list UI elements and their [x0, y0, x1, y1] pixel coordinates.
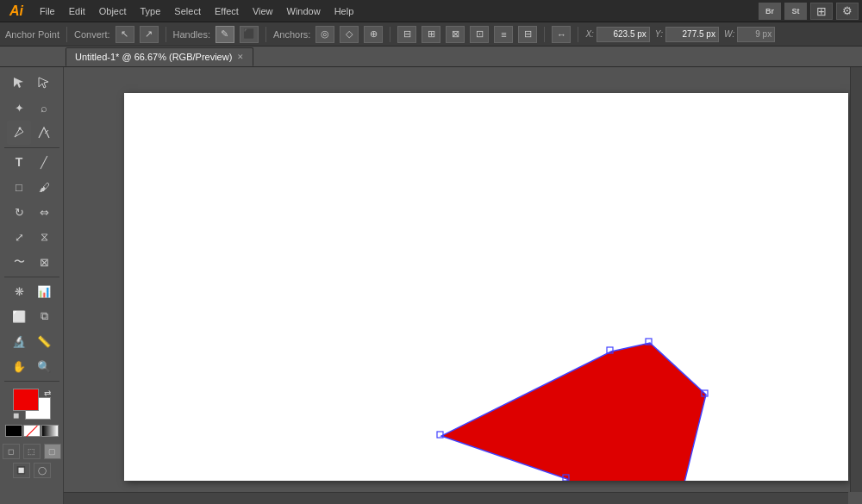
artboard-tool[interactable]: ⬜ — [7, 304, 31, 328]
handles-btn-2[interactable]: ⬛ — [240, 26, 259, 43]
eyedropper-tool[interactable]: 🔬 — [7, 329, 31, 353]
menu-items: File Edit Object Type Select Effect View… — [33, 0, 360, 22]
anchor-6[interactable] — [646, 339, 652, 345]
options-bar: Anchor Point Convert: ↖ ↗ Handles: ✎ ⬛ A… — [0, 22, 862, 47]
x-input[interactable] — [597, 27, 650, 42]
convert-btn-1[interactable]: ↖ — [116, 26, 134, 43]
align-btn-3[interactable]: ⊠ — [446, 26, 465, 43]
warp-tool[interactable]: 〜 — [7, 250, 31, 274]
menu-view[interactable]: View — [246, 0, 280, 22]
tool-row-2: ✦ ⌕ — [2, 96, 61, 120]
svg-marker-1 — [39, 78, 48, 88]
document-tab[interactable]: Untitled-1* @ 66.67% (RGB/Preview) ✕ — [66, 47, 253, 66]
divider-4 — [390, 27, 390, 42]
extra-tools: ◻ ⬚ ▢ — [2, 444, 61, 459]
svg-point-2 — [19, 128, 22, 130]
menu-type[interactable]: Type — [134, 0, 168, 22]
menu-window[interactable]: Window — [280, 0, 328, 22]
vertical-scrollbar[interactable] — [850, 67, 862, 492]
w-input[interactable] — [737, 27, 775, 42]
tool-row-8: 〜 ⊠ — [2, 250, 61, 274]
type-tool[interactable]: T — [7, 150, 31, 174]
hand-tool[interactable]: ✋ — [7, 354, 31, 378]
anchors-btn-1[interactable]: ◎ — [315, 26, 334, 43]
tool-separator-2 — [4, 277, 59, 277]
tool-separator-3 — [4, 381, 59, 382]
rotate-tool[interactable]: ↻ — [7, 200, 31, 224]
anchors-btn-2[interactable]: ◇ — [340, 26, 359, 43]
workspace-icon-btn[interactable]: ⊞ — [810, 3, 833, 20]
bridge-icon-btn[interactable]: Br — [759, 3, 781, 20]
zoom-tool[interactable]: 🔍 — [32, 354, 56, 378]
handles-btn-1[interactable]: ✎ — [216, 26, 234, 43]
y-input[interactable] — [665, 27, 719, 42]
add-anchor-tool[interactable] — [32, 121, 56, 145]
x-label: X: — [585, 29, 593, 39]
tool-row-12: ✋ 🔍 — [2, 354, 61, 378]
shear-tool[interactable]: ⧖ — [32, 225, 56, 249]
foreground-color[interactable] — [13, 389, 39, 411]
graph-tool[interactable]: 📊 — [32, 279, 56, 303]
horizontal-scrollbar[interactable] — [64, 492, 848, 504]
divider-2 — [166, 27, 166, 42]
lasso-tool[interactable]: ⌕ — [32, 96, 56, 120]
settings-icon-btn[interactable]: ⚙ — [836, 3, 859, 20]
stock-icon-btn[interactable]: St — [784, 3, 807, 20]
align-btn-1[interactable]: ⊟ — [397, 26, 416, 43]
view-mode-btn-1[interactable]: ◻ — [3, 444, 20, 459]
color-swatch-gradient[interactable] — [41, 425, 59, 437]
anchor-5[interactable] — [702, 390, 708, 396]
convert-label: Convert: — [74, 29, 110, 40]
menu-effect[interactable]: Effect — [208, 0, 246, 22]
distribute-btn[interactable]: ↔ — [552, 26, 571, 43]
menu-file[interactable]: File — [33, 0, 62, 22]
line-tool[interactable]: ╱ — [32, 150, 56, 174]
reset-colors-btn[interactable]: ◼ — [13, 411, 19, 420]
menu-edit[interactable]: Edit — [62, 0, 92, 22]
magic-wand-tool[interactable]: ✦ — [7, 96, 31, 120]
color-swatch-black[interactable] — [5, 425, 22, 437]
pen-tool[interactable] — [7, 121, 31, 145]
canvas-area[interactable] — [64, 67, 862, 504]
anchor-2[interactable] — [563, 475, 569, 481]
divider-1 — [66, 27, 67, 42]
convert-btn-2[interactable]: ↗ — [140, 26, 159, 43]
swap-colors-btn[interactable]: ⇄ — [44, 389, 51, 398]
menu-help[interactable]: Help — [328, 0, 361, 22]
align-btn-2[interactable]: ⊞ — [422, 26, 440, 43]
anchors-btn-3[interactable]: ⊕ — [364, 26, 383, 43]
align-btn-5[interactable]: ≡ — [494, 26, 513, 43]
red-shape[interactable] — [441, 343, 706, 481]
rect-tool[interactable]: □ — [7, 175, 31, 199]
slice-tool[interactable]: ⧉ — [32, 304, 56, 328]
color-mode-row — [5, 425, 59, 437]
menu-object[interactable]: Object — [92, 0, 134, 22]
divider-6 — [578, 27, 578, 42]
tool-row-6: ↻ ⇔ — [2, 200, 61, 224]
menu-bar: Ai File Edit Object Type Select Effect V… — [0, 0, 862, 22]
selection-tool[interactable] — [7, 71, 31, 95]
align-btn-4[interactable]: ⊡ — [470, 26, 489, 43]
paintbrush-tool[interactable]: 🖌 — [32, 175, 56, 199]
view-mode-btn-3[interactable]: ▢ — [44, 444, 61, 459]
tab-close-btn[interactable]: ✕ — [237, 53, 244, 61]
handles-label: Handles: — [173, 29, 210, 40]
view-mode-btn-2[interactable]: ⬚ — [23, 444, 41, 459]
measure-tool[interactable]: 📏 — [32, 329, 56, 353]
anchor-7[interactable] — [607, 347, 613, 353]
artboard — [124, 93, 848, 481]
free-transform-tool[interactable]: ⊠ — [32, 250, 56, 274]
color-swatch-white[interactable] — [23, 425, 41, 437]
symbol-tool[interactable]: ❋ — [7, 279, 31, 303]
screen-mode-btn-2[interactable]: ◯ — [34, 463, 51, 478]
menu-select[interactable]: Select — [167, 0, 208, 22]
screen-mode-btn-1[interactable]: 🔲 — [13, 463, 30, 478]
shape-svg — [124, 93, 848, 481]
w-label: W: — [724, 29, 734, 39]
w-coord: W: — [724, 27, 775, 42]
direct-select-tool[interactable] — [32, 71, 56, 95]
reflect-tool[interactable]: ⇔ — [32, 200, 56, 224]
scale-tool[interactable]: ⤢ — [7, 225, 31, 249]
anchor-1[interactable] — [437, 432, 443, 438]
align-btn-6[interactable]: ⊟ — [518, 26, 537, 43]
